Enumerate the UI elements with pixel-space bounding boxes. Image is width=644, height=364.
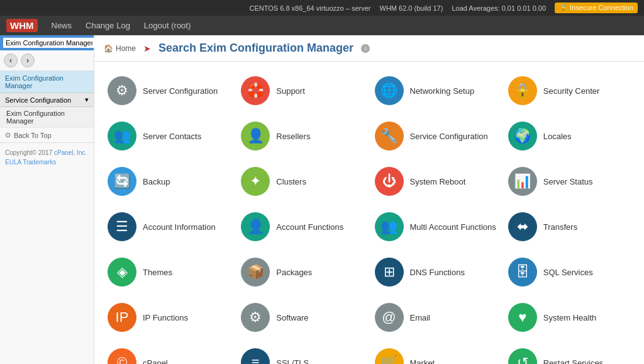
- load-averages: Load Averages: 0.01 0.01 0.00: [452, 4, 546, 12]
- layout: × ‹ › Exim Configuration Manager Service…: [0, 35, 644, 364]
- grid-item-email[interactable]: @Email: [371, 298, 501, 337]
- grid-label: DNS Functions: [410, 268, 465, 277]
- grid-icon: ⚙: [108, 76, 136, 105]
- grid-icon: 🌐: [375, 76, 404, 105]
- grid-icon: 📦: [241, 258, 270, 287]
- grid-icon: 👤: [241, 122, 270, 151]
- grid-item-networking-setup[interactable]: 🌐Networking Setup: [371, 71, 501, 110]
- grid-icon: 👤: [241, 212, 270, 241]
- home-link[interactable]: 🏠 Home: [104, 44, 136, 53]
- grid-item-account-information[interactable]: ☰Account Information: [104, 207, 234, 246]
- grid-item-cpanel[interactable]: ©cPanel: [104, 343, 234, 364]
- grid-icon: ↺: [508, 348, 537, 364]
- nav-news[interactable]: News: [48, 19, 76, 32]
- grid-icon: 🛒: [375, 348, 404, 364]
- grid-item-themes[interactable]: ◈Themes: [104, 253, 234, 292]
- grid-icon: 📊: [508, 167, 537, 196]
- whm-logo: WHM: [6, 19, 38, 32]
- back-top-label: Back To Top: [14, 132, 52, 139]
- grid-item-locales[interactable]: 🌍Locales: [504, 117, 635, 156]
- grid-item-account-functions[interactable]: 👤Account Functions: [237, 207, 367, 246]
- navbar: WHM News Change Log Logout (root): [0, 16, 644, 35]
- grid-label: Multi Account Functions: [410, 222, 496, 232]
- grid-label: Locales: [543, 132, 572, 141]
- grid-icon: 🗄: [508, 258, 537, 287]
- whm-version: WHM 62.0 (build 17): [380, 4, 443, 12]
- grid-label: IP Functions: [143, 313, 188, 322]
- grid-icon: 👥: [108, 122, 136, 151]
- info-icon: i: [361, 44, 370, 53]
- eula-link[interactable]: EULA: [5, 159, 21, 166]
- grid-item-market[interactable]: 🛒Market: [371, 343, 501, 364]
- grid-label: Server Configuration: [143, 86, 218, 96]
- grid-item-server-status[interactable]: 📊Server Status: [504, 162, 635, 201]
- grid-label: System Health: [543, 313, 597, 322]
- main-header: 🏠 Home ➤ Search Exim Configuration Manag…: [94, 35, 644, 62]
- grid-label: Account Information: [143, 222, 216, 232]
- grid-label: SQL Services: [543, 268, 593, 277]
- grid-item-system-reboot[interactable]: ⏻System Reboot: [371, 162, 501, 201]
- sidebar-active-item[interactable]: Exim Configuration Manager: [0, 71, 94, 93]
- grid-item-software[interactable]: ⚙Software: [237, 298, 367, 337]
- sidebar-dropdown[interactable]: Service Configuration ▾: [0, 93, 94, 107]
- nav-changelog[interactable]: Change Log: [82, 19, 134, 32]
- grid-label: Email: [410, 313, 431, 322]
- grid-label: Security Center: [543, 86, 600, 96]
- grid-label: Software: [276, 313, 308, 322]
- grid-label: Market: [410, 358, 435, 365]
- grid-label: Restart Services: [543, 358, 603, 365]
- grid-label: Packages: [276, 268, 312, 277]
- grid-item-security-center[interactable]: 🔒Security Center: [504, 71, 635, 110]
- grid-icon: ⏻: [375, 167, 404, 196]
- sidebar-forward-button[interactable]: ›: [21, 54, 35, 67]
- grid-icon: 🔧: [375, 122, 404, 151]
- sidebar-dropdown-label: Service Configuration: [5, 96, 71, 104]
- breadcrumb-arrow: ➤: [143, 43, 151, 54]
- cpanel-link[interactable]: cPanel, Inc.: [54, 149, 87, 156]
- grid-label: Themes: [143, 268, 172, 277]
- grid-label: System Reboot: [410, 177, 466, 186]
- server-info: CENTOS 6.8 x86_64 virtuozzo – server: [250, 4, 371, 12]
- grid-label: Resellers: [276, 132, 310, 141]
- grid-item-service-configuration[interactable]: 🔧Service Configuration: [371, 117, 501, 156]
- grid-item-dns-functions[interactable]: ⊞DNS Functions: [371, 253, 501, 292]
- grid-item-multi-account-functions[interactable]: 👥Multi Account Functions: [371, 207, 501, 246]
- trademarks-link[interactable]: Trademarks: [23, 159, 56, 166]
- grid-icon: ◈: [108, 258, 136, 287]
- insecure-badge[interactable]: 🔒 Insecure Connection: [555, 3, 638, 13]
- search-input[interactable]: [3, 38, 95, 48]
- grid-icon: ⚙: [241, 303, 270, 332]
- grid-label: Account Functions: [276, 222, 343, 232]
- main-content: 🏠 Home ➤ Search Exim Configuration Manag…: [94, 35, 644, 364]
- sidebar-back-button[interactable]: ‹: [4, 54, 18, 67]
- grid-item-restart-services[interactable]: ↺Restart Services: [504, 343, 635, 364]
- grid-label: Transfers: [543, 222, 577, 232]
- grid-icon: ♥: [508, 303, 537, 332]
- grid-item-transfers[interactable]: ⬌Transfers: [504, 207, 635, 246]
- grid-item-system-health[interactable]: ♥System Health: [504, 298, 635, 337]
- grid-item-ip-functions[interactable]: IPIP Functions: [104, 298, 234, 337]
- grid-label: Server Status: [543, 177, 593, 186]
- grid-item-support[interactable]: 🛟Support: [237, 71, 367, 110]
- sidebar-menu-item-exim[interactable]: Exim Configuration Manager: [0, 107, 94, 128]
- grid-item-ssl/tls[interactable]: ≡SSL/TLS: [237, 343, 367, 364]
- grid-icon: 👥: [375, 212, 404, 241]
- grid-item-server-configuration[interactable]: ⚙Server Configuration: [104, 71, 234, 110]
- sidebar: × ‹ › Exim Configuration Manager Service…: [0, 35, 94, 364]
- grid-item-packages[interactable]: 📦Packages: [237, 253, 367, 292]
- grid-item-clusters[interactable]: ✦Clusters: [237, 162, 367, 201]
- grid-icon: ©: [108, 348, 136, 364]
- grid-item-sql-services[interactable]: 🗄SQL Services: [504, 253, 635, 292]
- grid-item-resellers[interactable]: 👤Resellers: [237, 117, 367, 156]
- grid-icon: ⬌: [508, 212, 537, 241]
- back-to-top[interactable]: ⊙ Back To Top: [0, 128, 94, 143]
- grid-label: Support: [276, 86, 305, 96]
- grid-icon: 🔒: [508, 76, 537, 105]
- chevron-down-icon: ▾: [85, 96, 89, 104]
- topbar: CENTOS 6.8 x86_64 virtuozzo – server WHM…: [0, 0, 644, 16]
- sidebar-nav-buttons: ‹ ›: [0, 50, 94, 71]
- grid-item-server-contacts[interactable]: 👥Server Contacts: [104, 117, 234, 156]
- nav-logout[interactable]: Logout (root): [140, 19, 194, 32]
- grid-item-backup[interactable]: 🔄Backup: [104, 162, 234, 201]
- grid-icon: @: [375, 303, 404, 332]
